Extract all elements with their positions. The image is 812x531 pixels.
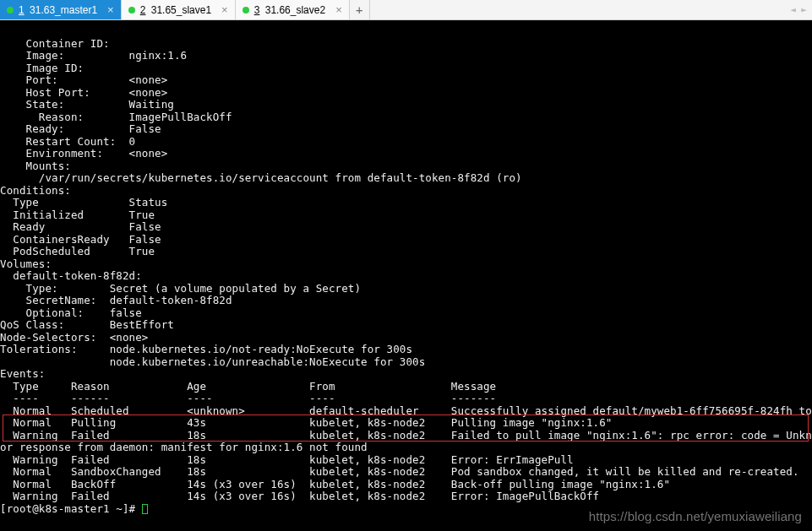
line: Port: <none> xyxy=(0,73,167,86)
status-dot-icon xyxy=(7,7,14,14)
line: Ready: False xyxy=(0,122,161,135)
line: default-token-8f82d: xyxy=(0,269,142,282)
line: Initialized True xyxy=(0,209,155,221)
line: Node-Selectors: <none> xyxy=(0,331,148,344)
prompt-line: [root@k8s-master1 ~]# xyxy=(0,502,148,515)
line: Type: Secret (a volume populated by a Se… xyxy=(0,282,361,295)
tab-bar: 1 31.63_master1 × 2 31.65_slave1 × 3 31.… xyxy=(0,0,812,20)
line: /var/run/secrets/kubernetes.io/serviceac… xyxy=(0,171,522,184)
tab-1[interactable]: 1 31.63_master1 × xyxy=(0,0,122,19)
line: ---- ------ ---- ---- ------- xyxy=(0,392,496,404)
line: Type Reason Age From Message xyxy=(0,380,496,393)
line: Host Port: <none> xyxy=(0,86,167,99)
line: Events: xyxy=(0,367,45,380)
close-icon[interactable]: × xyxy=(221,3,228,16)
line: Restart Count: 0 xyxy=(0,135,135,148)
line: Normal Pulling 43s kubelet, k8s-node2 Pu… xyxy=(0,416,612,429)
line: Warning Failed 18s kubelet, k8s-node2 Er… xyxy=(0,453,574,466)
status-dot-icon xyxy=(243,7,249,14)
line: Optional: false xyxy=(0,306,142,319)
tab-label: 31.65_slave1 xyxy=(151,4,211,16)
line: Environment: <none> xyxy=(0,147,167,160)
tab-accelerator: 1 xyxy=(19,4,25,16)
line: node.kubernetes.io/unreachable:NoExecute… xyxy=(0,355,425,368)
line: Mounts: xyxy=(0,160,71,172)
tab-label: 31.63_master1 xyxy=(30,4,97,16)
line: Ready False xyxy=(0,220,161,233)
prompt: [root@k8s-master1 ~]# xyxy=(0,502,142,515)
line: Reason: ImagePullBackOff xyxy=(0,111,232,123)
line: QoS Class: BestEffort xyxy=(0,318,174,331)
close-icon[interactable]: × xyxy=(335,3,342,16)
line: Type Status xyxy=(0,196,167,209)
line: Normal Scheduled <unknown> default-sched… xyxy=(0,404,812,417)
tab-2[interactable]: 2 31.65_slave1 × xyxy=(122,0,236,19)
close-icon[interactable]: × xyxy=(107,3,114,16)
line: PodScheduled True xyxy=(0,245,155,257)
line: Warning Failed 14s (x3 over 16s) kubelet… xyxy=(0,490,599,502)
tab-nav-arrows[interactable]: ◄ ► xyxy=(785,0,812,19)
line: Normal SandboxChanged 18s kubelet, k8s-n… xyxy=(0,465,799,478)
line: Image: nginx:1.6 xyxy=(0,49,187,62)
tab-accelerator: 2 xyxy=(140,4,146,16)
line: Normal BackOff 14s (x3 over 16s) kubelet… xyxy=(0,478,670,490)
status-dot-icon xyxy=(128,7,135,14)
tab-accelerator: 3 xyxy=(254,4,260,16)
line: Image ID: xyxy=(0,62,84,74)
line: Warning Failed 18s kubelet, k8s-node2 Fa… xyxy=(0,429,812,442)
line: SecretName: default-token-8f82d xyxy=(0,294,232,306)
watermark: https://blog.csdn.net/yemuxiaweiliang xyxy=(589,511,802,523)
tab-3[interactable]: 3 31.66_slave2 × xyxy=(236,0,350,19)
tab-label: 31.66_slave2 xyxy=(265,4,325,16)
cursor-icon xyxy=(142,504,148,514)
line: Conditions: xyxy=(0,184,71,197)
line: Tolerations: node.kubernetes.io/not-read… xyxy=(0,343,412,355)
line: State: Waiting xyxy=(0,98,174,111)
line: or response from daemon: manifest for ng… xyxy=(0,441,368,453)
line: Volumes: xyxy=(0,257,52,270)
terminal-output[interactable]: Container ID: Image: nginx:1.6 Image ID:… xyxy=(0,20,812,531)
line: Container ID: xyxy=(0,37,110,50)
add-tab-button[interactable]: + xyxy=(350,0,370,19)
line: ContainersReady False xyxy=(0,233,161,246)
